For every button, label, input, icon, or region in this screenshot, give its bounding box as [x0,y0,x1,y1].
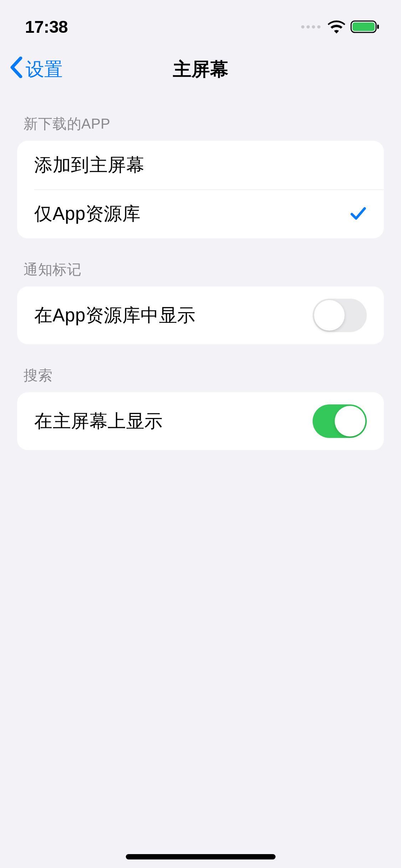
wifi-icon [328,20,345,33]
section-group-search: 在主屏幕上显示 [17,392,384,450]
section-header-new-apps: 新下载的APP [17,93,384,141]
back-button[interactable]: 设置 [10,57,63,82]
row-show-in-app-library: 在App资源库中显示 [17,286,384,344]
cellular-signal-icon [301,25,320,29]
section-header-badges: 通知标记 [17,238,384,286]
home-indicator[interactable] [126,854,276,859]
option-app-library-only[interactable]: 仅App资源库 [17,190,384,238]
back-label: 设置 [26,57,63,82]
status-bar: 17:38 [0,0,401,46]
battery-icon [350,20,380,34]
section-group-badges: 在App资源库中显示 [17,286,384,344]
option-label: 添加到主屏幕 [34,153,144,177]
checkmark-icon [350,205,367,223]
chevron-left-icon [10,57,23,82]
row-label: 在App资源库中显示 [34,303,196,328]
section-group-new-apps: 添加到主屏幕 仅App资源库 [17,141,384,238]
option-label: 仅App资源库 [34,202,140,226]
option-add-to-home[interactable]: 添加到主屏幕 [17,141,384,190]
svg-rect-2 [377,25,379,29]
toggle-show-in-app-library[interactable] [313,299,367,332]
toggle-show-on-home[interactable] [313,404,367,438]
row-show-on-home: 在主屏幕上显示 [17,392,384,450]
svg-rect-1 [353,22,375,31]
status-time: 17:38 [25,17,68,37]
status-icons [301,20,380,34]
row-label: 在主屏幕上显示 [34,409,163,434]
nav-bar: 设置 主屏幕 [0,46,401,93]
section-header-search: 搜索 [17,344,384,392]
